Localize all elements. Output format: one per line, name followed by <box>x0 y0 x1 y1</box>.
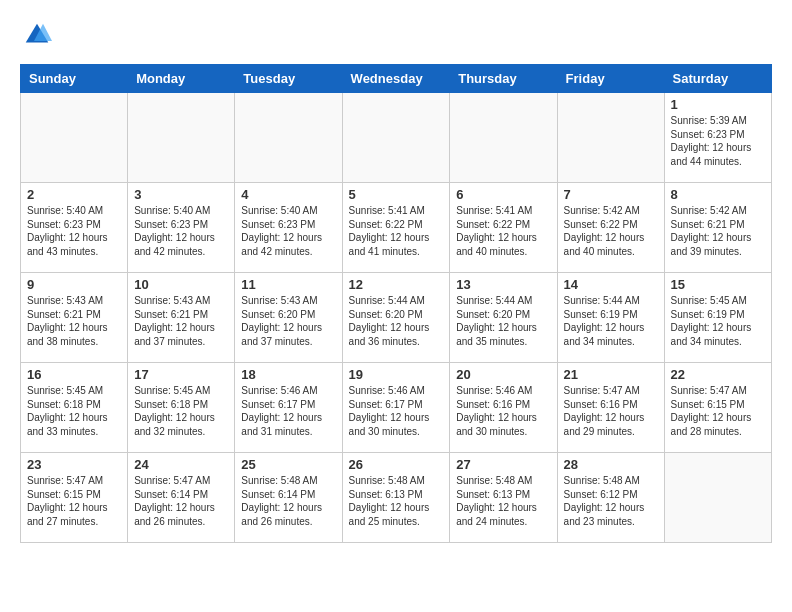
week-row-2: 2Sunrise: 5:40 AM Sunset: 6:23 PM Daylig… <box>21 183 772 273</box>
day-number: 1 <box>671 97 765 112</box>
day-cell-8: 8Sunrise: 5:42 AM Sunset: 6:21 PM Daylig… <box>664 183 771 273</box>
day-header-sunday: Sunday <box>21 65 128 93</box>
empty-cell <box>235 93 342 183</box>
day-info: Sunrise: 5:42 AM Sunset: 6:21 PM Dayligh… <box>671 204 765 258</box>
empty-cell <box>128 93 235 183</box>
week-row-5: 23Sunrise: 5:47 AM Sunset: 6:15 PM Dayli… <box>21 453 772 543</box>
calendar-header-row: SundayMondayTuesdayWednesdayThursdayFrid… <box>21 65 772 93</box>
day-number: 10 <box>134 277 228 292</box>
day-cell-7: 7Sunrise: 5:42 AM Sunset: 6:22 PM Daylig… <box>557 183 664 273</box>
day-number: 15 <box>671 277 765 292</box>
day-cell-19: 19Sunrise: 5:46 AM Sunset: 6:17 PM Dayli… <box>342 363 450 453</box>
day-number: 18 <box>241 367 335 382</box>
day-number: 24 <box>134 457 228 472</box>
day-number: 11 <box>241 277 335 292</box>
day-info: Sunrise: 5:44 AM Sunset: 6:20 PM Dayligh… <box>349 294 444 348</box>
day-info: Sunrise: 5:43 AM Sunset: 6:21 PM Dayligh… <box>134 294 228 348</box>
empty-cell <box>450 93 557 183</box>
day-info: Sunrise: 5:45 AM Sunset: 6:19 PM Dayligh… <box>671 294 765 348</box>
day-cell-22: 22Sunrise: 5:47 AM Sunset: 6:15 PM Dayli… <box>664 363 771 453</box>
day-cell-28: 28Sunrise: 5:48 AM Sunset: 6:12 PM Dayli… <box>557 453 664 543</box>
day-info: Sunrise: 5:45 AM Sunset: 6:18 PM Dayligh… <box>27 384 121 438</box>
day-info: Sunrise: 5:47 AM Sunset: 6:15 PM Dayligh… <box>671 384 765 438</box>
day-number: 16 <box>27 367 121 382</box>
empty-cell <box>342 93 450 183</box>
day-cell-17: 17Sunrise: 5:45 AM Sunset: 6:18 PM Dayli… <box>128 363 235 453</box>
day-number: 27 <box>456 457 550 472</box>
day-number: 17 <box>134 367 228 382</box>
day-cell-1: 1Sunrise: 5:39 AM Sunset: 6:23 PM Daylig… <box>664 93 771 183</box>
day-number: 14 <box>564 277 658 292</box>
day-number: 25 <box>241 457 335 472</box>
day-info: Sunrise: 5:48 AM Sunset: 6:13 PM Dayligh… <box>456 474 550 528</box>
day-number: 9 <box>27 277 121 292</box>
day-info: Sunrise: 5:48 AM Sunset: 6:14 PM Dayligh… <box>241 474 335 528</box>
day-info: Sunrise: 5:47 AM Sunset: 6:16 PM Dayligh… <box>564 384 658 438</box>
day-info: Sunrise: 5:40 AM Sunset: 6:23 PM Dayligh… <box>134 204 228 258</box>
day-cell-5: 5Sunrise: 5:41 AM Sunset: 6:22 PM Daylig… <box>342 183 450 273</box>
day-info: Sunrise: 5:44 AM Sunset: 6:19 PM Dayligh… <box>564 294 658 348</box>
day-cell-25: 25Sunrise: 5:48 AM Sunset: 6:14 PM Dayli… <box>235 453 342 543</box>
day-cell-18: 18Sunrise: 5:46 AM Sunset: 6:17 PM Dayli… <box>235 363 342 453</box>
day-cell-11: 11Sunrise: 5:43 AM Sunset: 6:20 PM Dayli… <box>235 273 342 363</box>
week-row-3: 9Sunrise: 5:43 AM Sunset: 6:21 PM Daylig… <box>21 273 772 363</box>
day-cell-20: 20Sunrise: 5:46 AM Sunset: 6:16 PM Dayli… <box>450 363 557 453</box>
day-cell-3: 3Sunrise: 5:40 AM Sunset: 6:23 PM Daylig… <box>128 183 235 273</box>
week-row-1: 1Sunrise: 5:39 AM Sunset: 6:23 PM Daylig… <box>21 93 772 183</box>
day-info: Sunrise: 5:46 AM Sunset: 6:17 PM Dayligh… <box>241 384 335 438</box>
day-cell-26: 26Sunrise: 5:48 AM Sunset: 6:13 PM Dayli… <box>342 453 450 543</box>
day-header-tuesday: Tuesday <box>235 65 342 93</box>
day-info: Sunrise: 5:41 AM Sunset: 6:22 PM Dayligh… <box>456 204 550 258</box>
day-info: Sunrise: 5:45 AM Sunset: 6:18 PM Dayligh… <box>134 384 228 438</box>
day-info: Sunrise: 5:48 AM Sunset: 6:12 PM Dayligh… <box>564 474 658 528</box>
day-cell-24: 24Sunrise: 5:47 AM Sunset: 6:14 PM Dayli… <box>128 453 235 543</box>
day-number: 12 <box>349 277 444 292</box>
day-cell-14: 14Sunrise: 5:44 AM Sunset: 6:19 PM Dayli… <box>557 273 664 363</box>
day-number: 13 <box>456 277 550 292</box>
day-number: 20 <box>456 367 550 382</box>
day-cell-10: 10Sunrise: 5:43 AM Sunset: 6:21 PM Dayli… <box>128 273 235 363</box>
day-info: Sunrise: 5:40 AM Sunset: 6:23 PM Dayligh… <box>241 204 335 258</box>
day-cell-16: 16Sunrise: 5:45 AM Sunset: 6:18 PM Dayli… <box>21 363 128 453</box>
day-number: 26 <box>349 457 444 472</box>
day-cell-4: 4Sunrise: 5:40 AM Sunset: 6:23 PM Daylig… <box>235 183 342 273</box>
day-number: 7 <box>564 187 658 202</box>
day-info: Sunrise: 5:43 AM Sunset: 6:20 PM Dayligh… <box>241 294 335 348</box>
day-number: 19 <box>349 367 444 382</box>
day-header-saturday: Saturday <box>664 65 771 93</box>
day-cell-2: 2Sunrise: 5:40 AM Sunset: 6:23 PM Daylig… <box>21 183 128 273</box>
day-info: Sunrise: 5:39 AM Sunset: 6:23 PM Dayligh… <box>671 114 765 168</box>
empty-cell <box>21 93 128 183</box>
day-number: 6 <box>456 187 550 202</box>
day-info: Sunrise: 5:47 AM Sunset: 6:14 PM Dayligh… <box>134 474 228 528</box>
day-number: 2 <box>27 187 121 202</box>
day-number: 3 <box>134 187 228 202</box>
day-number: 22 <box>671 367 765 382</box>
day-info: Sunrise: 5:44 AM Sunset: 6:20 PM Dayligh… <box>456 294 550 348</box>
day-cell-23: 23Sunrise: 5:47 AM Sunset: 6:15 PM Dayli… <box>21 453 128 543</box>
day-cell-15: 15Sunrise: 5:45 AM Sunset: 6:19 PM Dayli… <box>664 273 771 363</box>
page-header <box>20 20 772 54</box>
day-header-wednesday: Wednesday <box>342 65 450 93</box>
day-number: 21 <box>564 367 658 382</box>
calendar-table: SundayMondayTuesdayWednesdayThursdayFrid… <box>20 64 772 543</box>
day-cell-12: 12Sunrise: 5:44 AM Sunset: 6:20 PM Dayli… <box>342 273 450 363</box>
day-header-thursday: Thursday <box>450 65 557 93</box>
day-info: Sunrise: 5:47 AM Sunset: 6:15 PM Dayligh… <box>27 474 121 528</box>
day-info: Sunrise: 5:48 AM Sunset: 6:13 PM Dayligh… <box>349 474 444 528</box>
day-cell-13: 13Sunrise: 5:44 AM Sunset: 6:20 PM Dayli… <box>450 273 557 363</box>
day-info: Sunrise: 5:40 AM Sunset: 6:23 PM Dayligh… <box>27 204 121 258</box>
day-number: 8 <box>671 187 765 202</box>
day-cell-9: 9Sunrise: 5:43 AM Sunset: 6:21 PM Daylig… <box>21 273 128 363</box>
day-header-friday: Friday <box>557 65 664 93</box>
day-number: 23 <box>27 457 121 472</box>
empty-cell <box>664 453 771 543</box>
day-cell-27: 27Sunrise: 5:48 AM Sunset: 6:13 PM Dayli… <box>450 453 557 543</box>
day-info: Sunrise: 5:46 AM Sunset: 6:17 PM Dayligh… <box>349 384 444 438</box>
logo <box>20 20 56 54</box>
day-header-monday: Monday <box>128 65 235 93</box>
day-number: 5 <box>349 187 444 202</box>
empty-cell <box>557 93 664 183</box>
day-cell-6: 6Sunrise: 5:41 AM Sunset: 6:22 PM Daylig… <box>450 183 557 273</box>
day-info: Sunrise: 5:46 AM Sunset: 6:16 PM Dayligh… <box>456 384 550 438</box>
